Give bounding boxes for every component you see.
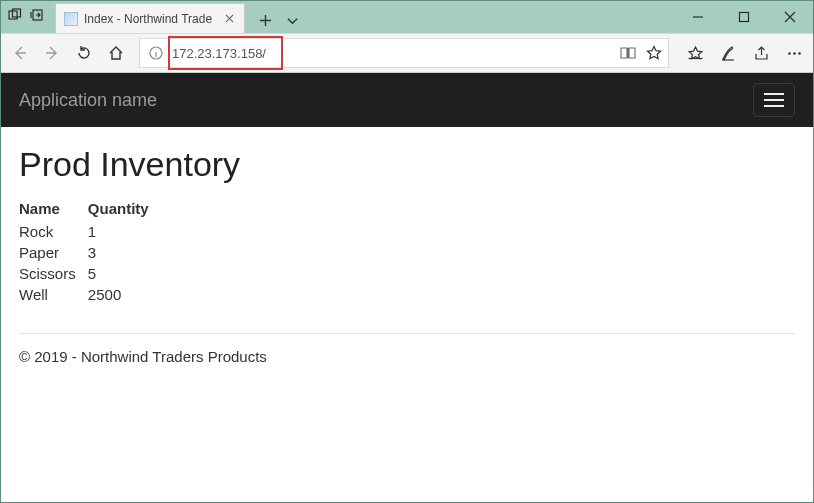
tab-preview-icon[interactable] (7, 7, 23, 23)
table-row: Paper 3 (19, 242, 177, 263)
title-bar: Index - Northwind Trade (1, 1, 813, 33)
cell-name: Well (19, 284, 88, 305)
maximize-button[interactable] (721, 1, 767, 33)
url-text: 172.23.173.158/ (172, 46, 266, 61)
svg-point-5 (788, 52, 791, 55)
app-navbar: Application name (1, 73, 813, 127)
toolbar-right (683, 45, 803, 62)
address-bar: 172.23.173.158/ (1, 33, 813, 73)
tab-actions-icon[interactable] (286, 14, 299, 27)
page-content: Prod Inventory Name Quantity Rock 1 Pape… (1, 127, 813, 383)
notes-icon[interactable] (720, 45, 737, 62)
svg-rect-3 (740, 13, 749, 22)
share-icon[interactable] (753, 45, 770, 62)
col-qty-header: Quantity (88, 198, 177, 221)
svg-point-7 (798, 52, 801, 55)
page-footer: © 2019 - Northwind Traders Products (19, 348, 795, 365)
footer-divider (19, 333, 795, 334)
forward-button[interactable] (43, 44, 61, 62)
set-aside-tabs-icon[interactable] (29, 7, 45, 23)
new-tab-icon[interactable] (259, 14, 272, 27)
tab-title: Index - Northwind Trade (84, 12, 216, 26)
refresh-button[interactable] (75, 44, 93, 62)
tab-close-icon[interactable] (222, 12, 236, 26)
window-controls (675, 1, 813, 33)
cell-qty: 3 (88, 242, 177, 263)
home-button[interactable] (107, 44, 125, 62)
table-row: Scissors 5 (19, 263, 177, 284)
more-icon[interactable] (786, 45, 803, 62)
favorite-star-icon[interactable] (646, 45, 662, 61)
browser-tab[interactable]: Index - Northwind Trade (55, 3, 245, 33)
cell-qty: 5 (88, 263, 177, 284)
tab-strip-actions (259, 14, 299, 33)
titlebar-leading-icons (7, 1, 45, 33)
url-field[interactable]: 172.23.173.158/ (139, 38, 669, 68)
svg-point-6 (793, 52, 796, 55)
reading-view-icon[interactable] (620, 46, 636, 60)
minimize-button[interactable] (675, 1, 721, 33)
cell-qty: 2500 (88, 284, 177, 305)
col-name-header: Name (19, 198, 88, 221)
cell-name: Scissors (19, 263, 88, 284)
favorites-hub-icon[interactable] (687, 45, 704, 62)
page-title: Prod Inventory (19, 145, 795, 184)
app-brand[interactable]: Application name (19, 90, 157, 111)
tab-favicon (64, 12, 78, 26)
cell-qty: 1 (88, 221, 177, 242)
close-window-button[interactable] (767, 1, 813, 33)
back-button[interactable] (11, 44, 29, 62)
inventory-table: Name Quantity Rock 1 Paper 3 Scissors 5 (19, 198, 177, 305)
table-row: Well 2500 (19, 284, 177, 305)
cell-name: Paper (19, 242, 88, 263)
browser-window: Index - Northwind Trade (0, 0, 814, 503)
site-info-icon[interactable] (148, 45, 164, 61)
menu-toggle-button[interactable] (753, 83, 795, 117)
table-row: Rock 1 (19, 221, 177, 242)
cell-name: Rock (19, 221, 88, 242)
